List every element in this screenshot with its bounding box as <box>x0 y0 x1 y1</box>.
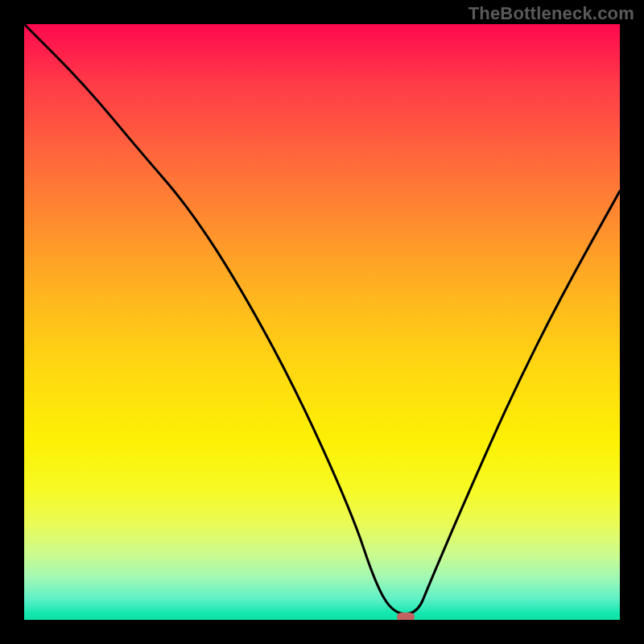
attribution-watermark: TheBottleneck.com <box>469 3 634 24</box>
plot-area <box>24 24 620 620</box>
chart-frame: TheBottleneck.com <box>0 0 644 644</box>
optimal-point-marker <box>397 613 415 620</box>
bottleneck-curve <box>24 24 620 620</box>
